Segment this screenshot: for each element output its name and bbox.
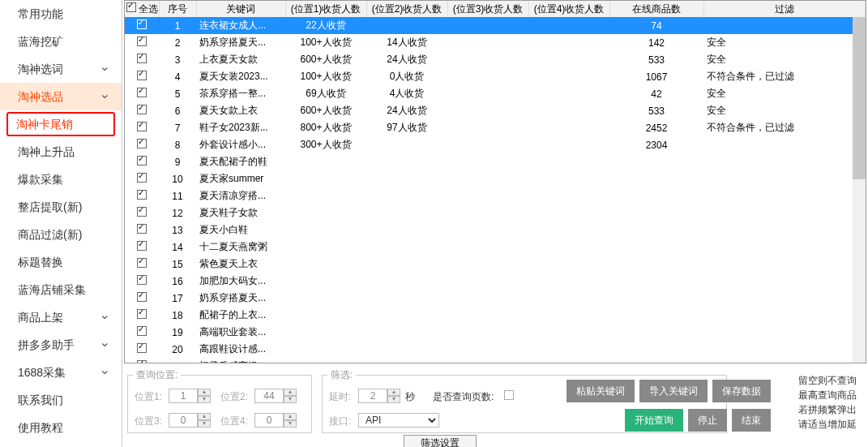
sidebar-item-6[interactable]: 爆款采集: [0, 165, 122, 193]
checkbox-icon[interactable]: [137, 105, 147, 114]
row-checkbox[interactable]: [125, 17, 159, 34]
sidebar-item-7[interactable]: 整店提取(新): [0, 193, 122, 221]
table-row[interactable]: 10夏天家summer: [125, 170, 866, 187]
row-checkbox[interactable]: [125, 119, 159, 136]
row-checkbox[interactable]: [125, 204, 159, 221]
pos1-input[interactable]: [169, 389, 198, 403]
checkbox-icon[interactable]: [137, 19, 147, 29]
stop-button[interactable]: 停止: [688, 409, 727, 432]
pos3-input[interactable]: [169, 413, 198, 428]
table-row[interactable]: 17奶系穿搭夏天...: [125, 290, 866, 307]
checkbox-icon[interactable]: [137, 241, 147, 251]
row-checkbox[interactable]: [125, 256, 159, 273]
checkbox-icon[interactable]: [137, 326, 147, 336]
table-row[interactable]: 18配裙子的上衣...: [125, 307, 866, 324]
table-row[interactable]: 4夏天女装2023...100+人收货0人收货1067不符合条件，已过滤: [125, 68, 866, 85]
down-icon[interactable]: ▾: [387, 396, 400, 403]
row-checkbox[interactable]: [125, 358, 159, 363]
header-filter[interactable]: 过滤: [703, 1, 866, 17]
checkbox-icon[interactable]: [137, 207, 147, 217]
sidebar-item-13[interactable]: 1688采集: [0, 359, 122, 386]
sidebar-item-8[interactable]: 商品过滤(新): [0, 221, 122, 248]
checkbox-icon[interactable]: [137, 343, 147, 353]
header-keyword[interactable]: 关键词: [196, 1, 285, 17]
table-row[interactable]: 16加肥加大码女...: [125, 273, 866, 290]
header-p2[interactable]: (位置2)收货人数: [366, 1, 447, 17]
checkbox-icon[interactable]: [137, 122, 147, 131]
checkbox-icon[interactable]: [137, 224, 147, 234]
checkbox-icon[interactable]: [137, 309, 147, 319]
row-checkbox[interactable]: [125, 239, 159, 256]
table-row[interactable]: 14十二夏天燕窝粥: [125, 239, 866, 256]
sidebar-item-0[interactable]: 常用功能: [0, 0, 122, 28]
vertical-scrollbar[interactable]: [853, 17, 866, 363]
pos4-input[interactable]: [254, 413, 284, 428]
checkbox-icon[interactable]: [137, 190, 147, 200]
table-row[interactable]: 21裙子质感高级...: [125, 358, 866, 363]
table-row[interactable]: 7鞋子女2023新...800+人收货97人收货2452不符合条件，已过滤: [125, 119, 866, 136]
table-row[interactable]: 20高跟鞋设计感...: [125, 341, 866, 358]
checkbox-icon[interactable]: [137, 54, 147, 63]
filter-settings-button[interactable]: 筛选设置: [404, 435, 477, 447]
paste-keyword-button[interactable]: 粘贴关键词: [567, 380, 635, 402]
delay-spinner[interactable]: ▴▾: [358, 389, 400, 403]
checkbox-icon[interactable]: [137, 37, 147, 46]
sidebar-item-14[interactable]: 联系我们: [0, 386, 122, 414]
table-row[interactable]: 3上衣夏天女款600+人收货24人收货533安全: [125, 51, 866, 68]
header-p4[interactable]: (位置4)收货人数: [528, 1, 609, 17]
table-row[interactable]: 13夏天小白鞋: [125, 221, 866, 239]
start-query-button[interactable]: 开始查询: [625, 409, 683, 432]
pos2-spinner[interactable]: ▴▾: [254, 389, 297, 403]
table-row[interactable]: 15紫色夏天上衣: [125, 256, 866, 273]
row-checkbox[interactable]: [125, 290, 159, 307]
table-row[interactable]: 12夏天鞋子女款: [125, 204, 866, 221]
header-online[interactable]: 在线商品数: [609, 1, 703, 17]
sidebar-item-1[interactable]: 蓝海挖矿: [0, 28, 122, 55]
checkbox-icon[interactable]: [137, 292, 147, 302]
delay-input[interactable]: [358, 389, 387, 403]
checkbox-icon[interactable]: [137, 258, 147, 268]
row-checkbox[interactable]: [125, 324, 159, 341]
table-row[interactable]: 1连衣裙女成人...22人收货74: [125, 17, 866, 34]
header-select-all[interactable]: 全选: [125, 1, 159, 17]
sidebar-item-9[interactable]: 标题替换: [0, 248, 122, 276]
row-checkbox[interactable]: [125, 187, 159, 204]
row-checkbox[interactable]: [125, 51, 159, 68]
save-data-button[interactable]: 保存数据: [712, 380, 771, 402]
pages-checkbox[interactable]: [504, 390, 514, 400]
sidebar-item-12[interactable]: 拼多多助手: [0, 331, 122, 359]
row-checkbox[interactable]: [125, 170, 159, 187]
header-p3[interactable]: (位置3)收货人数: [447, 1, 528, 17]
pos4-spinner[interactable]: ▴▾: [254, 413, 297, 428]
down-icon[interactable]: ▾: [284, 420, 297, 428]
sidebar-item-4[interactable]: 淘神卡尾销: [6, 112, 115, 136]
table-row[interactable]: 2奶系穿搭夏天...100+人收货14人收货142安全: [125, 34, 866, 51]
pos3-spinner[interactable]: ▴▾: [169, 413, 211, 428]
row-checkbox[interactable]: [125, 85, 159, 102]
end-button[interactable]: 结束: [732, 409, 771, 432]
table-row[interactable]: 9夏天配裙子的鞋: [125, 153, 866, 170]
scrollbar-thumb[interactable]: [853, 17, 866, 179]
sidebar-item-11[interactable]: 商品上架: [0, 303, 122, 331]
header-p1[interactable]: (位置1)收货人数: [285, 1, 366, 17]
table-row[interactable]: 19高端职业套装...: [125, 324, 866, 341]
api-select[interactable]: API: [358, 413, 439, 428]
sidebar-item-2[interactable]: 淘神选词: [0, 55, 122, 83]
header-seq[interactable]: 序号: [159, 1, 196, 17]
row-checkbox[interactable]: [125, 34, 159, 51]
table-row[interactable]: 11夏天清凉穿搭...: [125, 187, 866, 204]
down-icon[interactable]: ▾: [284, 396, 297, 403]
row-checkbox[interactable]: [125, 136, 159, 153]
checkbox-icon[interactable]: [137, 173, 147, 183]
sidebar-item-5[interactable]: 淘神上升品: [0, 138, 122, 165]
checkbox-icon[interactable]: [137, 360, 147, 363]
row-checkbox[interactable]: [125, 68, 159, 85]
pos2-input[interactable]: [254, 389, 284, 403]
checkbox-icon[interactable]: [137, 71, 147, 80]
row-checkbox[interactable]: [125, 307, 159, 324]
table-row[interactable]: 8外套设计感小...300+人收货2304: [125, 136, 866, 153]
down-icon[interactable]: ▾: [198, 420, 211, 428]
sidebar-item-10[interactable]: 蓝海店铺采集: [0, 276, 122, 303]
checkbox-icon[interactable]: [137, 275, 147, 285]
pos1-spinner[interactable]: ▴▾: [169, 389, 211, 403]
